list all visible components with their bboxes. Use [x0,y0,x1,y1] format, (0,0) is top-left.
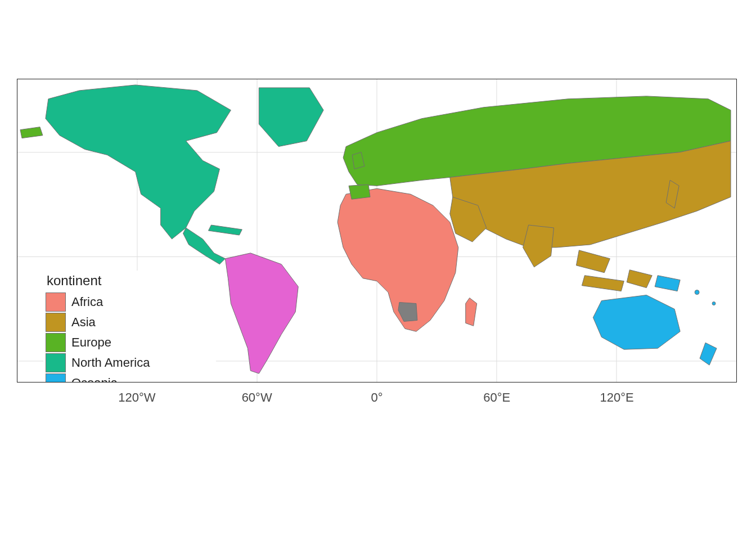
legend-swatch [46,333,66,352]
plot-area: kontinent AfricaAsiaEuropeNorth AmericaO… [17,79,736,382]
legend-item: Asia [46,312,213,332]
x-tick-label: 120°E [600,390,634,405]
legend-label: Europe [71,335,111,350]
x-tick-label: 60°E [483,390,510,405]
svg-point-8 [695,290,699,295]
x-tick-label: 120°W [118,390,155,405]
legend-label: Asia [71,315,96,330]
legend-swatch [46,292,66,312]
x-axis-labels: 120°W60°W0°60°E120°E [17,382,737,405]
legend-swatch [46,374,66,382]
region-north-america [46,85,323,264]
legend-label: North America [71,356,150,370]
legend-item: Europe [46,332,213,353]
svg-point-9 [712,302,716,305]
legend-item: North America [46,353,213,373]
legend-swatch [46,353,66,372]
x-tick-label: 60°W [242,390,272,405]
x-tick-label: 0° [371,390,382,405]
map-panel: kontinent AfricaAsiaEuropeNorth AmericaO… [17,79,737,382]
legend-label: Oceania [71,376,118,382]
legend: kontinent AfricaAsiaEuropeNorth AmericaO… [43,271,216,382]
region-south-america [225,253,298,374]
legend-item: Africa [46,292,213,312]
legend-label: Africa [71,295,103,309]
legend-item: Oceania [46,373,213,382]
legend-title: kontinent [47,273,213,289]
legend-swatch [46,313,66,332]
aleutian-west-wrap [20,127,43,138]
